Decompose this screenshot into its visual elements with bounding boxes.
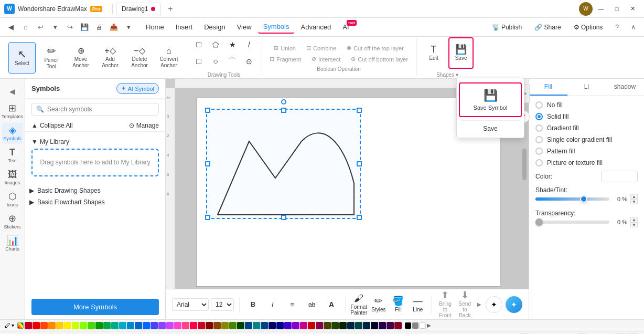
export-button[interactable]: 📤: [107, 20, 121, 34]
rotate-handle[interactable]: [281, 99, 286, 105]
color-swatch[interactable]: [206, 322, 213, 329]
menu-home[interactable]: Home: [141, 21, 169, 33]
fill-button[interactable]: 🪣 Fill: [390, 293, 406, 317]
doc-tab[interactable]: Drawing1: [116, 3, 161, 15]
save-local-button[interactable]: 💾: [78, 20, 91, 34]
sidebar-item-stickers[interactable]: ⊕ Stickers: [2, 211, 23, 232]
color-swatch[interactable]: [221, 322, 229, 329]
color-swatch[interactable]: [48, 322, 56, 329]
color-swatch[interactable]: [80, 322, 87, 329]
color-swatch[interactable]: [269, 322, 276, 329]
shadow-tab[interactable]: shadow: [606, 79, 644, 96]
single-gradient-option[interactable]: Single color gradient fill: [535, 136, 638, 143]
avatar[interactable]: W: [579, 2, 593, 16]
add-tab-button[interactable]: +: [164, 3, 177, 15]
move-anchor-tool[interactable]: ⊕ MoveAnchor: [67, 42, 94, 74]
manage-button[interactable]: ⊙ Manage: [129, 122, 159, 129]
arc-shape[interactable]: ⌒: [225, 54, 240, 69]
sidebar-item-charts[interactable]: 📊 Charts: [2, 233, 23, 254]
color-swatch[interactable]: [331, 322, 339, 329]
collapse-all-button[interactable]: ▲ Collapse All: [31, 122, 73, 129]
target-shape[interactable]: ⊙: [242, 54, 256, 69]
back-button[interactable]: ◀: [4, 20, 18, 34]
shade-thumb[interactable]: [580, 195, 587, 203]
color-swatch[interactable]: [143, 322, 150, 329]
menu-symbols[interactable]: Symbols: [258, 20, 295, 34]
color-swatch[interactable]: [237, 322, 244, 329]
color-swatch[interactable]: [33, 322, 40, 329]
square-shape[interactable]: □: [191, 54, 206, 69]
color-swatch[interactable]: [292, 322, 299, 329]
union-button[interactable]: ⊞ Union: [270, 43, 300, 53]
library-item-drawing-shapes[interactable]: ▶ Basic Drawing Shapes: [25, 185, 165, 196]
share-button[interactable]: 🔗 Share: [530, 22, 565, 33]
save-plain-item[interactable]: Save: [457, 122, 524, 135]
sidebar-collapse-button[interactable]: ◀: [2, 83, 23, 100]
quick-action-1[interactable]: ✦: [486, 296, 502, 313]
color-swatch[interactable]: [182, 322, 189, 329]
color-swatch[interactable]: [119, 322, 126, 329]
save-button[interactable]: 💾 Save: [448, 37, 474, 69]
color-swatch[interactable]: [387, 322, 394, 329]
color-swatch[interactable]: [40, 322, 48, 329]
pattern-fill-radio[interactable]: [535, 148, 543, 155]
gradient-fill-radio[interactable]: [535, 124, 543, 132]
italic-button[interactable]: I: [264, 293, 281, 317]
color-swatch[interactable]: [229, 322, 237, 329]
send-to-back-button[interactable]: ⬇ Send to Back: [457, 293, 473, 317]
sidebar-item-images[interactable]: 🖼 Images: [2, 167, 23, 188]
black-swatch[interactable]: [405, 322, 411, 329]
menu-insert[interactable]: Insert: [170, 21, 198, 33]
line-button[interactable]: — Line: [410, 293, 426, 317]
close-button[interactable]: ✕: [625, 3, 640, 15]
symbol-search-box[interactable]: 🔍: [31, 103, 159, 116]
picture-fill-option[interactable]: Picture or texture fill: [535, 159, 638, 166]
color-swatch[interactable]: [213, 322, 221, 329]
sidebar-item-templates[interactable]: ⊞ Templates: [2, 101, 23, 122]
color-swatch[interactable]: [284, 322, 292, 329]
no-fill-radio[interactable]: [535, 101, 543, 109]
minimize-button[interactable]: —: [594, 3, 608, 15]
combine-button[interactable]: ⊟ Combine: [302, 43, 340, 53]
color-swatch[interactable]: [276, 322, 284, 329]
ribbon-collapse-button[interactable]: ∧: [627, 21, 640, 34]
line-tab[interactable]: Li: [567, 79, 606, 96]
more-symbols-button[interactable]: More Symbols: [31, 299, 159, 315]
intersect-button[interactable]: ⊘ Intersect: [307, 54, 345, 64]
fragment-button[interactable]: ⊡ Fragment: [265, 54, 305, 64]
cut-top-button[interactable]: ⊗ Cut off the top layer: [342, 43, 408, 53]
color-swatch[interactable]: [261, 322, 268, 329]
panel-nav-arrow[interactable]: ≫: [529, 84, 530, 103]
color-swatch[interactable]: [166, 322, 174, 329]
color-swatch[interactable]: [95, 322, 103, 329]
align-button[interactable]: ≡: [284, 293, 300, 317]
export-dropdown[interactable]: ▾: [122, 20, 135, 34]
menu-ai[interactable]: AIhot: [337, 21, 354, 33]
white-swatch[interactable]: [420, 322, 426, 329]
transparency-up-button[interactable]: ▲: [630, 217, 638, 222]
star-shape[interactable]: ★: [225, 37, 240, 52]
convert-anchor-tool[interactable]: ⌂ ConvertAnchor: [155, 42, 183, 74]
pentagon-shape[interactable]: ⬠: [208, 37, 223, 52]
undo-button[interactable]: ↩: [34, 20, 47, 34]
circle-shape[interactable]: ○: [208, 54, 223, 69]
font-size-select[interactable]: 12: [211, 298, 234, 311]
home-nav-button[interactable]: ⌂: [19, 20, 33, 34]
color-fill-icon[interactable]: 🖊: [4, 322, 10, 329]
quick-action-2[interactable]: ✦: [506, 296, 522, 313]
color-gradient-swatch[interactable]: [17, 322, 24, 329]
maximize-button[interactable]: □: [609, 3, 624, 15]
transparency-thumb[interactable]: [535, 218, 543, 226]
library-item-flowchart-shapes[interactable]: ▶ Basic Flowchart Shapes: [25, 196, 165, 208]
pattern-fill-option[interactable]: Pattern fill: [535, 148, 638, 155]
sidebar-item-symbols[interactable]: ◈ Symbols: [2, 123, 23, 144]
color-swatch[interactable]: [316, 322, 323, 329]
color-swatch[interactable]: [324, 322, 331, 329]
vertical-scrollbar[interactable]: [522, 149, 527, 180]
solid-fill-option[interactable]: Solid fill: [535, 113, 638, 120]
help-button[interactable]: ?: [611, 22, 623, 33]
color-swatch[interactable]: [379, 322, 386, 329]
bold-button[interactable]: B: [245, 293, 261, 317]
pencil-tool[interactable]: ✏ PencilTool: [38, 42, 65, 74]
color-swatch[interactable]: [394, 322, 402, 329]
